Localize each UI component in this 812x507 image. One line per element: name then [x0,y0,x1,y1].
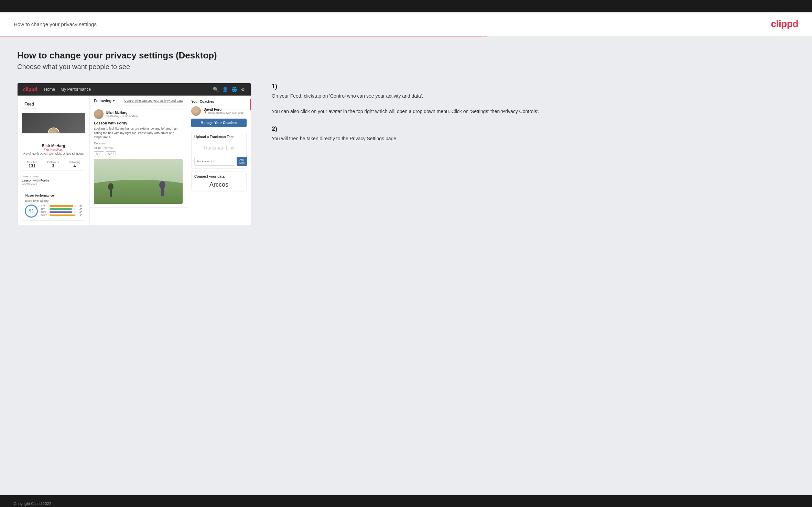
trackman-title: Upload a Trackman Test [194,135,243,139]
pp-body: 92 OTT 90 APP 85 ARG 86 PUT [25,205,82,218]
post-author-info: Blair McHarg Yesterday · Sunningdale [106,111,138,118]
instructions-panel: 1) On your Feed, click/tap on 'Control w… [265,83,795,153]
trackman-input[interactable] [194,157,235,166]
content-layout: clippd Home My Performance 🔍 👤 🌐 ⚙ Feed [17,83,795,225]
pp-score: 92 [25,205,38,218]
profile-banner [22,113,85,133]
app-logo: clippd [23,87,37,92]
following-button[interactable]: Following ▾ [94,98,115,103]
coach-item: David Ford 📍 Royal North Devon Golf Club [191,106,247,116]
pp-bar-label: PUTT [41,214,48,217]
page-title: How to change your privacy settings (Des… [17,50,795,61]
pp-bar-track [50,205,76,207]
pp-bar-fill [50,214,75,216]
pp-bar-track [50,211,76,213]
coach-info: David Ford 📍 Royal North Devon Golf Club [204,108,243,114]
stat-followers: Followers 3 [47,161,59,168]
post-title: Lesson with Fordy [94,121,183,125]
coach-name: David Ford [204,108,243,111]
clippd-logo: clippd [771,19,798,30]
post-header: Blair McHarg Yesterday · Sunningdale [94,109,183,119]
avatar-icon[interactable]: ⚙ [241,87,245,92]
copyright: Copyright Clippd 2022 [14,502,51,506]
post-avatar [94,109,104,119]
feed-tab[interactable]: Feed [22,100,37,109]
pp-bar-fill [50,205,73,207]
trackman-input-row: Add Link [194,157,243,166]
badge-app: APP [106,151,116,156]
breadcrumb: How to change your privacy settings [14,21,97,27]
main-content: How to change your privacy settings (Des… [0,36,812,495]
instruction-number-1: 1) [272,83,788,90]
post-image-svg [94,159,183,204]
instruction-1: 1) On your Feed, click/tap on 'Control w… [272,83,788,115]
coach-club: 📍 Royal North Devon Golf Club [204,111,243,114]
connect-section: Connect your data Arccos [191,172,247,191]
badge-ott: OTT [94,151,104,156]
top-bar [0,0,812,12]
pp-bar-row: OTT 90 [41,205,82,207]
svg-rect-3 [110,190,112,197]
pp-bar-row: ARG 86 [41,211,82,213]
instruction-text-2: You will then be taken directly to the P… [272,135,788,142]
pp-bar-label: APP [41,208,48,210]
svg-point-1 [94,180,183,204]
post-description: Looking to feel like my hands are exitin… [94,126,183,140]
nav-home[interactable]: Home [44,87,55,92]
avatar-image [48,128,59,133]
pp-bar-label: ARG [41,211,48,213]
trackman-section: Upload a Trackman Test Trackman Link Add… [191,132,247,169]
instruction-text-1: On your Feed, click/tap on 'Control who … [272,92,788,115]
page-subtitle: Choose what you want people to see [17,63,795,71]
feed-post: Blair McHarg Yesterday · Sunningdale Les… [90,106,187,208]
pp-bar-track [50,208,76,210]
manage-coaches-button[interactable]: Manage Your Coaches [191,119,247,127]
pp-bar-value: 96 [77,214,82,217]
globe-icon[interactable]: 🌐 [231,87,237,92]
svg-rect-5 [161,188,164,196]
latest-activity: Latest Activity Lesson with Fordy 03 Aug… [22,174,85,188]
pp-bar-row: APP 85 [41,208,82,210]
trackman-placeholder: Trackman Link [194,142,243,154]
coaches-title: Your Coaches [191,100,247,103]
app-screenshot: clippd Home My Performance 🔍 👤 🌐 ⚙ Feed [17,83,251,225]
svg-point-2 [108,183,113,190]
nav-my-performance[interactable]: My Performance [61,87,91,92]
post-duration-value: 01 hr : 30 min [94,146,183,150]
pp-bar-fill [50,211,72,213]
post-image [94,159,183,204]
pp-bar-value: 90 [77,205,82,207]
footer: Copyright Clippd 2022 [0,495,812,507]
search-icon[interactable]: 🔍 [213,87,219,92]
stat-activities: Activities 131 [26,161,37,168]
instruction-2: 2) You will then be taken directly to th… [272,125,788,142]
app-right-panel: Your Coaches David Ford 📍 Royal North De… [187,96,251,225]
pp-bars: OTT 90 APP 85 ARG 86 PUTT 96 [41,205,82,217]
pp-bar-value: 86 [77,211,82,213]
person-icon[interactable]: 👤 [222,87,228,92]
coaches-section: Your Coaches David Ford 📍 Royal North De… [191,100,247,127]
app-body: Feed Blair McHarg Plus Handicap Royal No… [18,96,251,225]
svg-point-4 [159,181,165,189]
arccos-brand: Arccos [194,181,243,188]
post-duration: Duration [94,142,183,145]
pp-bar-row: PUTT 96 [41,214,82,217]
post-badges: OTT APP [94,151,183,156]
app-feed: Following ▾ Control who can see your act… [90,96,187,225]
pp-bar-fill [50,208,72,210]
control-link[interactable]: Control who can see your activity and da… [124,99,183,102]
app-sidebar: Feed Blair McHarg Plus Handicap Royal No… [18,96,90,225]
app-nav-links: Home My Performance [44,87,206,92]
add-link-button[interactable]: Add Link [237,157,247,166]
stat-following: Following 4 [69,161,80,168]
pp-bar-track [50,214,76,216]
profile-name: Blair McHarg [22,144,85,148]
pp-bar-value: 85 [77,208,82,210]
profile-handicap: Plus Handicap [22,148,85,151]
profile-club: Royal North Devon Golf Club, United King… [22,152,85,155]
header: How to change your privacy settings clip… [0,12,812,36]
player-performance: Player Performance Total Player Quality … [22,191,85,221]
connect-title: Connect your data [194,175,243,178]
instruction-number-2: 2) [272,125,788,133]
feed-header: Following ▾ Control who can see your act… [90,96,187,106]
